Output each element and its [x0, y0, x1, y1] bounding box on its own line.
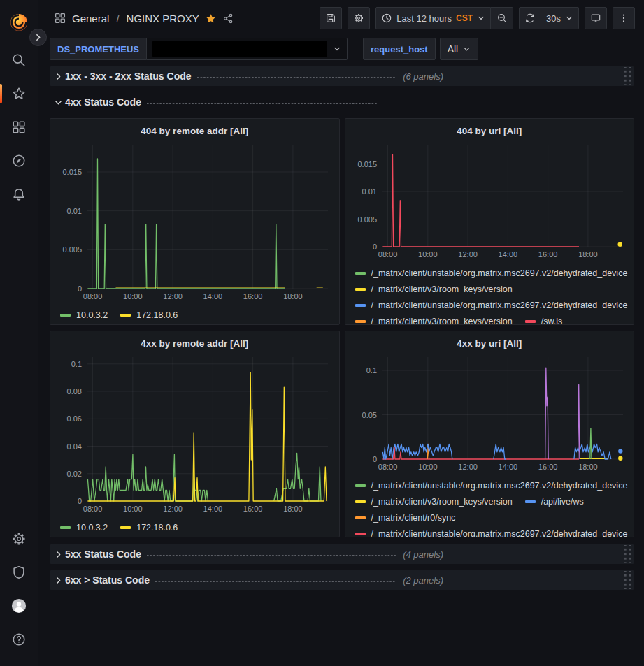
row-4xx[interactable]: 4xx Status Code	[50, 92, 634, 112]
legend-item[interactable]: 172.18.0.6	[120, 307, 178, 323]
legend-swatch	[60, 526, 71, 529]
svg-text:16:00: 16:00	[243, 505, 263, 513]
row-drag-handle[interactable]	[622, 545, 631, 563]
legend-swatch	[120, 526, 131, 529]
svg-text:12:00: 12:00	[163, 505, 183, 513]
panel-title[interactable]: 4xx by remote addr [All]	[56, 335, 334, 352]
row-6xx[interactable]: 6xx > Status Code (2 panels)	[50, 570, 634, 590]
row-title: 1xx - 3xx - 2xx Status Code	[65, 71, 192, 82]
legend-item[interactable]: 10.0.3.2	[60, 519, 108, 535]
share-icon[interactable]	[222, 13, 234, 24]
legend-item[interactable]: 10.0.3.2	[60, 307, 108, 323]
svg-text:0.02: 0.02	[67, 470, 82, 478]
legend-item[interactable]: /_matrix/client/v3/room_keys/version	[355, 313, 513, 325]
legend-item[interactable]: /_matrix/client/r0/sync	[355, 509, 456, 526]
panel-title[interactable]: 404 by remote addr [All]	[56, 122, 334, 139]
datasource-variable-select[interactable]	[147, 38, 348, 60]
host-variable-select[interactable]: All	[440, 38, 479, 60]
shield-icon[interactable]	[5, 558, 33, 586]
user-avatar[interactable]	[5, 592, 33, 620]
svg-text:08:00: 08:00	[378, 250, 397, 259]
svg-text:0.08: 0.08	[67, 387, 82, 396]
svg-text:0.05: 0.05	[362, 411, 376, 419]
legend-item[interactable]: /_matrix/client/unstable/org.matrix.msc2…	[355, 477, 628, 493]
svg-text:18:00: 18:00	[578, 250, 598, 259]
save-button[interactable]	[320, 7, 342, 29]
svg-text:0.015: 0.015	[62, 168, 82, 176]
panel-4xx-by-remote-addr: 4xx by remote addr [All] 08:0010:0012:00…	[50, 331, 340, 537]
row-drag-handle[interactable]	[622, 571, 631, 589]
legend-item[interactable]: 172.18.0.6	[120, 519, 178, 535]
svg-text:14:00: 14:00	[498, 463, 517, 471]
svg-text:18:00: 18:00	[283, 292, 303, 301]
legend-swatch	[355, 516, 366, 519]
variables-bar: DS_PROMETHEUS request_host All	[38, 36, 644, 64]
svg-text:0: 0	[78, 497, 82, 505]
panel-title[interactable]: 404 by uri [All]	[351, 122, 629, 139]
sidebar-expand-button[interactable]	[29, 29, 47, 46]
legend-item[interactable]: /_matrix/client/v3/room_keys/version	[355, 493, 513, 509]
dashboard-header: General / NGINX PROXY Last 12 hours CST	[38, 0, 644, 36]
svg-text:0: 0	[372, 242, 376, 251]
svg-text:16:00: 16:00	[538, 463, 557, 471]
svg-text:18:00: 18:00	[283, 505, 303, 513]
timeseries-chart[interactable]: 08:0010:0012:0014:0016:0018:0000.020.040…	[56, 352, 334, 516]
legend-item[interactable]: /_matrix/client/v3/room_keys/version	[355, 281, 513, 297]
gear-icon[interactable]	[5, 525, 33, 553]
svg-text:0.1: 0.1	[366, 366, 376, 375]
legend-item[interactable]: /sw.js	[525, 313, 563, 325]
sidebar	[0, 0, 38, 666]
row-drag-handle[interactable]	[622, 67, 631, 85]
row-panel-count: (6 panels)	[403, 71, 443, 82]
row-5xx[interactable]: 5xx Status Code (4 panels)	[50, 544, 634, 564]
kebab-menu-button[interactable]	[613, 7, 635, 29]
sidebar-item-starred[interactable]	[5, 80, 33, 108]
time-range-picker[interactable]: Last 12 hours CST	[375, 7, 491, 29]
search-icon[interactable]	[5, 46, 33, 74]
legend-swatch	[120, 314, 131, 317]
zoom-out-button[interactable]	[491, 7, 513, 29]
chevron-down-icon	[565, 14, 573, 22]
sidebar-item-explore-compass-icon[interactable]	[5, 147, 33, 175]
panel-title[interactable]: 4xx by uri [All]	[351, 335, 629, 352]
help-icon[interactable]	[5, 625, 33, 653]
sidebar-item-alerting-bell-icon[interactable]	[5, 180, 33, 208]
svg-text:16:00: 16:00	[243, 292, 263, 301]
grafana-logo[interactable]	[5, 8, 33, 36]
time-picker-group: Last 12 hours CST	[375, 7, 513, 29]
star-filled-icon[interactable]	[205, 13, 217, 24]
timezone-label: CST	[456, 13, 473, 23]
legend-swatch	[355, 533, 366, 535]
svg-text:0: 0	[78, 284, 82, 293]
timeseries-chart[interactable]: 08:0010:0012:0014:0016:0018:0000.0050.01…	[351, 139, 629, 262]
svg-text:08:00: 08:00	[83, 505, 103, 513]
row-dotted-leader	[147, 99, 378, 108]
legend-swatch	[355, 272, 366, 275]
sidebar-item-dashboards[interactable]	[5, 113, 33, 141]
svg-text:14:00: 14:00	[498, 250, 517, 259]
dashboard-settings-button[interactable]	[348, 7, 370, 29]
legend-item[interactable]: /_matrix/client/unstable/org.matrix.msc2…	[355, 265, 628, 281]
time-range-label: Last 12 hours	[396, 13, 452, 24]
host-variable-label: request_host	[363, 38, 436, 60]
svg-text:08:00: 08:00	[378, 463, 397, 471]
row-panel-count: (4 panels)	[403, 549, 443, 560]
svg-text:12:00: 12:00	[163, 292, 183, 301]
svg-text:0.005: 0.005	[62, 245, 82, 254]
legend-item[interactable]: /_matrix/client/unstable/org.matrix.msc2…	[355, 526, 628, 537]
panel-4xx-by-uri: 4xx by uri [All] 08:0010:0012:0014:0016:…	[345, 331, 635, 537]
legend-swatch	[525, 320, 536, 323]
timeseries-chart[interactable]: 08:0010:0012:0014:0016:0018:0000.0050.01…	[56, 139, 334, 304]
refresh-button[interactable]	[519, 7, 541, 29]
tv-mode-button[interactable]	[585, 7, 607, 29]
chevron-right-icon	[51, 576, 65, 585]
refresh-interval-picker[interactable]: 30s	[541, 7, 579, 29]
chevron-right-icon	[51, 72, 65, 81]
breadcrumb-section[interactable]: General	[72, 13, 109, 24]
legend-item[interactable]: /_matrix/client/unstable/org.matrix.msc2…	[355, 297, 628, 313]
legend-item[interactable]: /api/live/ws	[525, 493, 584, 509]
timeseries-chart[interactable]: 08:0010:0012:0014:0016:0018:0000.050.1	[351, 352, 629, 475]
row-1xx-3xx-2xx[interactable]: 1xx - 3xx - 2xx Status Code (6 panels)	[50, 66, 634, 86]
active-section-indicator	[0, 84, 2, 103]
svg-text:14:00: 14:00	[203, 505, 223, 513]
